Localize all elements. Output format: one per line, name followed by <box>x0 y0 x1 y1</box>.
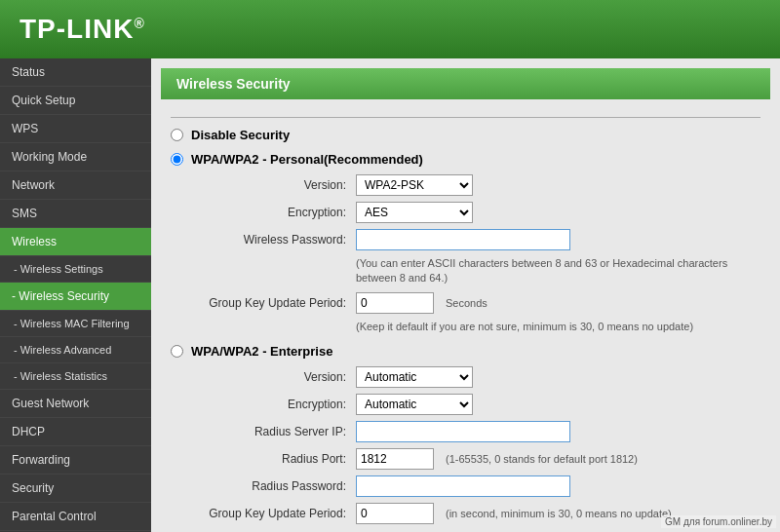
wpa-enterprise-text: WPA/WPA2 - Enterprise <box>191 344 332 359</box>
section-wpa-personal: WPA/WPA2 - Personal(Recommended) Version… <box>171 152 760 334</box>
ent-group-key-label: Group Key Update Period: <box>200 507 356 520</box>
main-area: StatusQuick SetupWPSWorking ModeNetworkS… <box>0 58 780 532</box>
radius-ip-row: Radius Server IP: <box>200 421 760 442</box>
password-input-wrap <box>356 229 760 250</box>
logo-registered: ® <box>134 16 144 31</box>
radius-ip-input[interactable] <box>356 421 570 442</box>
sidebar-item-wireless[interactable]: Wireless <box>0 228 151 256</box>
wpa-enterprise-label[interactable]: WPA/WPA2 - Enterprise <box>171 344 760 359</box>
disable-security-label[interactable]: Disable Security <box>171 128 760 142</box>
radius-ip-input-wrap <box>356 421 760 442</box>
radius-password-row: Radius Password: <box>200 475 760 497</box>
sidebar-item-guest-network[interactable]: Guest Network <box>0 390 151 418</box>
radius-port-hint: (1-65535, 0 stands for default port 1812… <box>446 453 638 465</box>
disable-security-text: Disable Security <box>191 128 290 142</box>
sidebar-item-wireless-settings[interactable]: - Wireless Settings <box>0 256 151 283</box>
radius-password-input[interactable] <box>356 475 570 497</box>
encryption-input: AES Automatic TKIP <box>356 202 760 223</box>
sidebar-item-parental-control[interactable]: Parental Control <box>0 503 151 531</box>
ent-encryption-input: Automatic TKIP AES <box>356 394 760 415</box>
password-row: Wireless Password: <box>200 229 760 250</box>
sidebar-item-status[interactable]: Status <box>0 58 151 87</box>
ent-group-key-input[interactable] <box>356 503 434 524</box>
radius-port-input[interactable] <box>356 448 434 470</box>
group-key-input-wrap: Seconds <box>356 292 760 314</box>
wireless-password-input[interactable] <box>356 229 570 250</box>
page-title: Wireless Security <box>161 68 770 99</box>
version-input: WPA2-PSK Automatic WPA-PSK <box>356 174 760 196</box>
sidebar-item-sms[interactable]: SMS <box>0 200 151 228</box>
sidebar-item-wireless-security[interactable]: - Wireless Security <box>0 283 151 311</box>
radius-password-label: Radius Password: <box>200 479 356 493</box>
radius-port-label: Radius Port: <box>200 452 356 466</box>
wpa-personal-label[interactable]: WPA/WPA2 - Personal(Recommended) <box>171 152 760 167</box>
wpa-personal-radio[interactable] <box>171 153 183 166</box>
radius-port-row: Radius Port: (1-65535, 0 stands for defa… <box>200 448 760 470</box>
radius-ip-label: Radius Server IP: <box>200 425 356 438</box>
logo: TP-LINK® <box>20 14 145 45</box>
ent-version-select[interactable]: Automatic WPA WPA2 <box>356 366 473 388</box>
sidebar-item-wireless-advanced[interactable]: - Wireless Advanced <box>0 337 151 363</box>
ent-encryption-select[interactable]: Automatic TKIP AES <box>356 394 473 415</box>
sidebar-item-dhcp[interactable]: DHCP <box>0 418 151 446</box>
watermark: GM для forum.onliner.by <box>661 515 776 528</box>
ent-encryption-label: Encryption: <box>200 398 356 411</box>
sidebar-item-quick-setup[interactable]: Quick Setup <box>0 87 151 115</box>
sidebar-item-forwarding[interactable]: Forwarding <box>0 446 151 475</box>
group-key-label: Group Key Update Period: <box>200 296 356 310</box>
ent-version-label: Version: <box>200 370 356 384</box>
page-title-text: Wireless Security <box>176 76 291 92</box>
password-hint-text: (You can enter ASCII characters between … <box>356 257 727 284</box>
encryption-label: Encryption: <box>200 206 356 219</box>
wpa-personal-text: WPA/WPA2 - Personal(Recommended) <box>191 152 423 167</box>
wpa-personal-fields: Version: WPA2-PSK Automatic WPA-PSK <box>200 174 760 334</box>
encryption-select[interactable]: AES Automatic TKIP <box>356 202 473 223</box>
sidebar-item-working-mode[interactable]: Working Mode <box>0 143 151 171</box>
password-hint: (You can enter ASCII characters between … <box>356 256 760 286</box>
sidebar-item-network[interactable]: Network <box>0 171 151 200</box>
ent-version-input: Automatic WPA WPA2 <box>356 366 760 388</box>
group-key-personal-input[interactable] <box>356 292 434 314</box>
ent-encryption-row: Encryption: Automatic TKIP AES <box>200 394 760 415</box>
version-row: Version: WPA2-PSK Automatic WPA-PSK <box>200 174 760 196</box>
sidebar-item-security[interactable]: Security <box>0 475 151 503</box>
section-wpa-enterprise: WPA/WPA2 - Enterprise Version: Automatic… <box>171 344 760 524</box>
encryption-row: Encryption: AES Automatic TKIP <box>200 202 760 223</box>
radius-port-input-wrap: (1-65535, 0 stands for default port 1812… <box>356 448 760 470</box>
logo-text: TP-LINK <box>20 14 134 44</box>
radius-password-input-wrap <box>356 475 760 497</box>
sidebar-item-wps[interactable]: WPS <box>0 115 151 143</box>
sidebar-item-wireless-mac-filtering[interactable]: - Wireless MAC Filtering <box>0 311 151 337</box>
wpa-enterprise-fields: Version: Automatic WPA WPA2 E <box>200 366 760 524</box>
form-content: Disable Security WPA/WPA2 - Personal(Rec… <box>151 99 780 532</box>
group-key-hint-text-personal: (Keep it default if you are not sure, mi… <box>356 321 693 332</box>
group-key-hint-personal: (Keep it default if you are not sure, mi… <box>356 320 760 334</box>
wpa-enterprise-radio[interactable] <box>171 345 183 358</box>
group-key-row: Group Key Update Period: Seconds <box>200 292 760 314</box>
ent-group-key-hint: (in second, minimum is 30, 0 means no up… <box>446 508 672 519</box>
sidebar: StatusQuick SetupWPSWorking ModeNetworkS… <box>0 58 151 532</box>
version-label: Version: <box>200 178 356 192</box>
password-label: Wireless Password: <box>200 233 356 247</box>
divider-top <box>171 117 760 118</box>
group-key-unit: Seconds <box>446 297 488 309</box>
section-disable: Disable Security <box>171 128 760 142</box>
content-area[interactable]: Wireless Security Disable Security WPA/W… <box>151 58 780 532</box>
ent-version-row: Version: Automatic WPA WPA2 <box>200 366 760 388</box>
disable-security-radio[interactable] <box>171 129 183 141</box>
version-select[interactable]: WPA2-PSK Automatic WPA-PSK <box>356 174 473 196</box>
window: TP-LINK® StatusQuick SetupWPSWorking Mod… <box>0 0 780 532</box>
header: TP-LINK® <box>0 0 780 58</box>
sidebar-item-wireless-statistics[interactable]: - Wireless Statistics <box>0 363 151 390</box>
